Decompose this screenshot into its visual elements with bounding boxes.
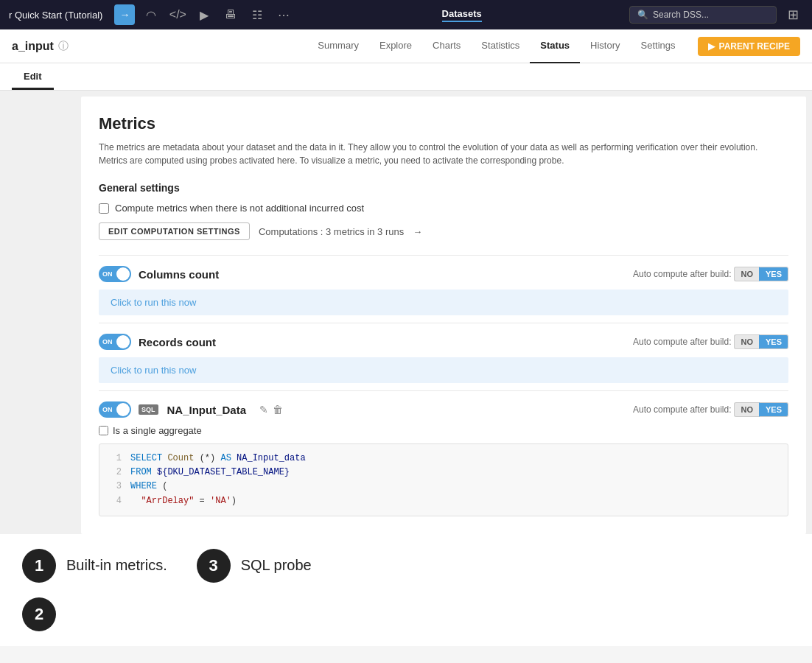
bottom-annotations: 1 Built-in metrics. 3 SQL probe — [0, 534, 812, 597]
columns-count-name: Columns count — [139, 268, 219, 281]
annotation-1: 1 Built-in metrics. — [22, 549, 167, 583]
computations-text: Computations : 3 metrics in 3 runs — [259, 226, 404, 237]
records-count-run[interactable]: Click to run this now — [99, 357, 788, 383]
general-settings-title: General settings — [99, 182, 788, 194]
columns-count-toggle[interactable]: ON — [99, 266, 131, 282]
compute-checkbox-row: Compute metrics when there is not additi… — [99, 203, 788, 214]
sql-code-block: 1 SELECT Count (*) AS NA_Input_data 2 FR… — [99, 443, 788, 516]
na-input-data-toggle-knob — [116, 403, 130, 416]
compute-checkbox-label: Compute metrics when there is not additi… — [115, 203, 364, 214]
columns-count-auto-compute: Auto compute after build: NO YES — [633, 267, 788, 281]
columns-count-run[interactable]: Click to run this now — [99, 290, 788, 315]
tab-edit[interactable]: Edit — [12, 63, 54, 90]
delete-probe-icon[interactable]: 🗑 — [273, 404, 283, 415]
na-input-data-auto-label: Auto compute after build: — [633, 404, 731, 415]
columns-count-toggle-label: ON — [102, 270, 113, 278]
code-line-1: 1 SELECT Count (*) AS NA_Input_data — [110, 452, 777, 466]
is-single-aggregate-checkbox[interactable] — [99, 426, 108, 435]
edit-tab-bar: Edit — [0, 63, 812, 91]
columns-count-auto-label: Auto compute after build: — [633, 269, 731, 279]
tab-settings[interactable]: Settings — [631, 29, 686, 63]
nav-tabs: Summary Explore Charts Statistics Status… — [307, 29, 685, 63]
code-line-4: 4 "ArrDelay" = 'NA') — [110, 494, 777, 508]
parent-recipe-button[interactable]: ▶ PARENT RECIPE — [698, 37, 800, 56]
na-input-data-left: ON SQL NA_Input_Data ✎ 🗑 — [99, 401, 283, 418]
grid-icon[interactable]: ⊞ — [783, 4, 803, 25]
na-input-data-auto-compute: Auto compute after build: NO YES — [633, 402, 788, 417]
play-icon[interactable]: ▶ — [194, 4, 214, 25]
badge-1: 1 — [22, 549, 56, 583]
columns-count-section: ON Columns count Auto compute after buil… — [99, 255, 788, 315]
na-input-data-header: ON SQL NA_Input_Data ✎ 🗑 Auto compute af… — [99, 401, 788, 418]
na-input-data-name: NA_Input_Data — [167, 404, 247, 416]
columns-count-toggle-group: NO YES — [734, 267, 788, 281]
na-input-data-no-btn[interactable]: NO — [734, 402, 759, 417]
records-count-no-btn[interactable]: NO — [734, 334, 759, 349]
main-content: Metrics The metrics are metadata about y… — [0, 91, 812, 534]
sidebar — [0, 91, 81, 534]
columns-count-yes-btn[interactable]: YES — [759, 267, 788, 281]
records-count-auto-label: Auto compute after build: — [633, 337, 731, 347]
records-count-section: ON Records count Auto compute after buil… — [99, 323, 788, 383]
tab-history[interactable]: History — [580, 29, 630, 63]
is-single-aggregate-row: Is a single aggregate — [99, 425, 788, 436]
code-line-2: 2 FROM ${DKU_DATASET_TABLE_NAME} — [110, 466, 777, 480]
sql-badge: SQL — [139, 404, 158, 415]
edit-computation-button[interactable]: EDIT COMPUTATION SETTINGS — [99, 222, 250, 240]
metrics-desc-1: The metrics are metadata about your data… — [99, 141, 788, 167]
metrics-title: Metrics — [99, 114, 788, 133]
code-line-3: 3 WHERE ( — [110, 480, 777, 494]
annotation-bottom: 2 — [0, 597, 812, 646]
records-count-toggle-knob — [116, 335, 130, 348]
search-bar[interactable]: 🔍 Search DSS... — [629, 6, 777, 24]
code-icon[interactable]: </> — [167, 4, 188, 25]
columns-count-header: ON Columns count Auto compute after buil… — [99, 266, 788, 282]
badge-3: 3 — [197, 549, 231, 583]
columns-count-toggle-knob — [116, 267, 130, 281]
compute-checkbox[interactable] — [99, 203, 109, 214]
annotation-3-text: SQL probe — [241, 557, 312, 574]
datasets-label[interactable]: Datasets — [442, 8, 482, 22]
topbar: r Quick Start (Tutorial) → ◠ </> ▶ 🖶 ☷ ⋯… — [0, 0, 812, 29]
parent-recipe-label: PARENT RECIPE — [719, 41, 790, 52]
tab-statistics[interactable]: Statistics — [471, 29, 530, 63]
records-count-toggle-group: NO YES — [734, 334, 788, 349]
computation-arrow-icon: → — [413, 226, 422, 237]
tab-charts[interactable]: Charts — [422, 29, 471, 63]
navbar: a_input ⓘ Summary Explore Charts Statist… — [0, 29, 812, 63]
na-input-data-toggle-group: NO YES — [734, 402, 788, 417]
probe-icons: ✎ 🗑 — [259, 404, 283, 415]
print-icon[interactable]: 🖶 — [220, 4, 241, 25]
records-count-header: ON Records count Auto compute after buil… — [99, 334, 788, 350]
computation-row: EDIT COMPUTATION SETTINGS Computations :… — [99, 222, 788, 240]
records-count-auto-compute: Auto compute after build: NO YES — [633, 334, 788, 349]
dataset-title: a_input — [12, 40, 54, 53]
na-input-data-yes-btn[interactable]: YES — [759, 402, 788, 417]
help-icon[interactable]: ⓘ — [58, 40, 69, 53]
table-icon[interactable]: ☷ — [247, 4, 267, 25]
search-icon: 🔍 — [637, 10, 648, 20]
columns-count-no-btn[interactable]: NO — [734, 267, 759, 281]
tab-explore[interactable]: Explore — [369, 29, 422, 63]
annotation-1-text: Built-in metrics. — [66, 557, 167, 574]
more-icon[interactable]: ⋯ — [273, 4, 294, 25]
refresh-icon[interactable]: ◠ — [141, 4, 161, 25]
search-placeholder: Search DSS... — [653, 10, 709, 20]
app-title: r Quick Start (Tutorial) — [9, 10, 102, 21]
records-count-toggle[interactable]: ON — [99, 334, 131, 350]
na-input-data-toggle[interactable]: ON — [99, 401, 131, 418]
na-input-data-toggle-label: ON — [102, 406, 113, 413]
tab-status[interactable]: Status — [530, 29, 580, 63]
records-count-yes-btn[interactable]: YES — [759, 334, 788, 349]
content-area: Metrics The metrics are metadata about y… — [81, 97, 806, 534]
annotation-3: 3 SQL probe — [197, 549, 312, 583]
is-single-aggregate-label: Is a single aggregate — [113, 425, 202, 436]
arrow-icon[interactable]: → — [114, 4, 135, 25]
na-input-data-section: ON SQL NA_Input_Data ✎ 🗑 Auto compute af… — [99, 390, 788, 516]
columns-count-left: ON Columns count — [99, 266, 219, 282]
records-count-toggle-label: ON — [102, 338, 113, 345]
tab-summary[interactable]: Summary — [307, 29, 369, 63]
records-count-name: Records count — [139, 336, 216, 348]
edit-probe-icon[interactable]: ✎ — [259, 404, 268, 415]
badge-2: 2 — [22, 597, 56, 631]
